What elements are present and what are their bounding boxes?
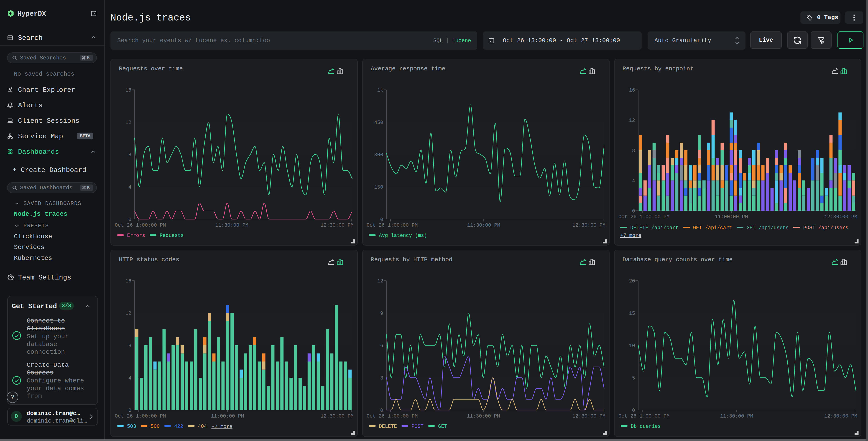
svg-text:10: 10 [629,343,635,349]
svg-text:12: 12 [125,311,131,316]
svg-text:9: 9 [380,311,383,316]
svg-text:16: 16 [125,278,131,284]
svg-text:Db queries: Db queries [631,424,661,430]
svg-text:4: 4 [632,178,635,184]
svg-text:GET: GET [438,424,447,430]
svg-text:15: 15 [629,311,635,316]
svg-text:POST: POST [411,424,424,430]
svg-text:Oct 26 1:00:00 PM: Oct 26 1:00:00 PM [115,413,166,419]
svg-text:450: 450 [374,120,383,125]
svg-text:8: 8 [128,343,131,349]
svg-text:503: 503 [127,424,136,430]
svg-text:GET /api/users: GET /api/users [747,225,789,231]
svg-text:8: 8 [128,152,131,158]
svg-text:Oct 26 1:00:00 PM: Oct 26 1:00:00 PM [115,223,166,228]
svg-text:12:30:00 PM: 12:30:00 PM [824,214,857,220]
svg-text:11:00:00 PM: 11:00:00 PM [211,413,244,419]
svg-text:Oct 26 1:00:00 PM: Oct 26 1:00:00 PM [367,413,417,419]
svg-text:0: 0 [380,408,383,413]
svg-text:6: 6 [380,343,383,349]
svg-text:12:30:00 PM: 12:30:00 PM [572,223,606,228]
svg-text:11:30:00 PM: 11:30:00 PM [720,413,753,419]
svg-text:Oct 26 1:00:00 PM: Oct 26 1:00:00 PM [618,413,670,419]
svg-text:POST /api/users: POST /api/users [803,225,848,231]
svg-text:0: 0 [632,408,635,413]
svg-text:500: 500 [151,424,160,430]
svg-text:0: 0 [380,217,383,223]
svg-text:11:00:00 PM: 11:00:00 PM [715,214,748,220]
svg-text:Database query counts over tim: Database query counts over time [623,256,733,263]
svg-text:4: 4 [128,184,131,190]
svg-text:5: 5 [632,375,635,381]
svg-text:300: 300 [374,152,383,158]
svg-text:3: 3 [380,375,383,381]
svg-text:Requests by endpoint: Requests by endpoint [623,65,693,72]
svg-text:16: 16 [629,87,635,93]
svg-text:0: 0 [632,208,635,214]
svg-text:+2 more: +2 more [211,424,232,430]
svg-text:12: 12 [629,118,635,123]
svg-text:1k: 1k [377,87,383,93]
svg-text:Avg latency (ms): Avg latency (ms) [379,233,427,238]
svg-text:12:30:00 PM: 12:30:00 PM [824,413,857,419]
svg-text:12: 12 [377,278,383,284]
svg-text:DELETE /api/cart: DELETE /api/cart [630,225,678,231]
svg-text:Requests: Requests [160,233,184,238]
svg-text:Errors: Errors [127,233,145,238]
svg-text:Oct 26 1:00:00 PM: Oct 26 1:00:00 PM [618,214,670,220]
svg-text:GET /api/cart: GET /api/cart [693,225,732,231]
svg-text:20: 20 [629,278,635,284]
svg-text:12:30:00 PM: 12:30:00 PM [572,413,606,419]
svg-text:12: 12 [125,120,131,125]
svg-text:HTTP status codes: HTTP status codes [119,256,179,263]
svg-text:Average response time: Average response time [371,65,445,72]
svg-text:8: 8 [632,148,635,154]
svg-text:+7 more: +7 more [620,233,641,238]
svg-text:Oct 26 1:00:00 PM: Oct 26 1:00:00 PM [367,223,417,228]
svg-text:11:30:00 PM: 11:30:00 PM [467,413,500,419]
svg-text:Requests over time: Requests over time [119,65,183,72]
svg-text:12:30:00 PM: 12:30:00 PM [320,413,353,419]
svg-text:12:30:00 PM: 12:30:00 PM [320,223,353,228]
svg-text:16: 16 [125,87,131,93]
svg-text:11:30:00 PM: 11:30:00 PM [467,223,500,228]
svg-text:404: 404 [198,424,207,430]
svg-text:DELETE: DELETE [379,424,397,430]
svg-text:Requests by HTTP method: Requests by HTTP method [371,256,453,263]
svg-text:0: 0 [128,408,131,413]
svg-text:4: 4 [128,375,131,381]
svg-text:150: 150 [374,184,383,190]
svg-text:0: 0 [128,217,131,223]
svg-text:422: 422 [174,424,183,430]
svg-text:11:30:00 PM: 11:30:00 PM [215,223,248,228]
